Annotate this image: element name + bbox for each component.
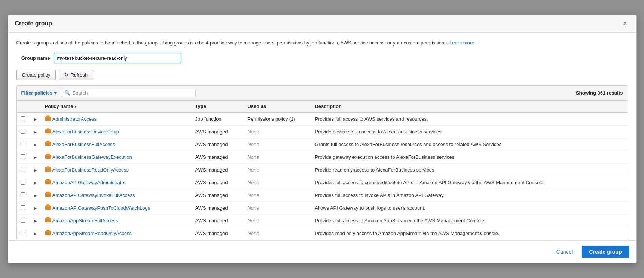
row-used-as-cell: None (244, 176, 311, 189)
svg-rect-20 (47, 192, 49, 193)
learn-more-link[interactable]: Learn more (449, 40, 474, 46)
row-type-cell: AWS managed (191, 214, 244, 227)
group-name-row: Group name (16, 53, 628, 63)
policy-icon (45, 166, 51, 173)
row-type-cell: AWS managed (191, 176, 244, 189)
row-checkbox[interactable] (21, 167, 25, 172)
row-checkbox[interactable] (21, 192, 25, 197)
row-expand-button[interactable]: ▶ (33, 142, 37, 147)
policy-name-link[interactable]: AlexaForBusinessDeviceSetup (52, 129, 119, 135)
group-name-input[interactable] (54, 53, 181, 63)
modal-footer: Cancel Create group (8, 240, 636, 263)
search-input[interactable] (72, 90, 192, 96)
row-policy-name-cell: AmazonAPIGatewayPushToCloudWatchLogs (41, 202, 192, 214)
policy-name-link[interactable]: AlexaForBusinessReadOnlyAccess (52, 167, 129, 173)
row-expand-button[interactable]: ▶ (33, 130, 37, 135)
row-checkbox[interactable] (21, 218, 25, 223)
policy-name-link[interactable]: AmazonAPIGatewayInvokeFullAccess (52, 192, 135, 198)
row-expand-button[interactable]: ▶ (33, 193, 37, 198)
row-checkbox[interactable] (21, 205, 25, 210)
row-checkbox[interactable] (21, 129, 25, 134)
col-description: Description (311, 101, 627, 112)
policy-icon (45, 230, 51, 237)
create-policy-label: Create policy (22, 72, 51, 78)
policy-name-container: AlexaForBusinessReadOnlyAccess (45, 166, 188, 173)
row-expand-button[interactable]: ▶ (33, 180, 37, 185)
description-text: Create a group and select the policies t… (16, 40, 448, 46)
policy-name-link[interactable]: AmazonAPIGatewayAdministrator (52, 180, 126, 185)
col-policy-name[interactable]: Policy name ▾ (41, 101, 192, 112)
row-type-cell: AWS managed (191, 189, 244, 202)
row-checkbox[interactable] (21, 142, 25, 146)
table-header-row: Policy name ▾ Type Used as Description (17, 101, 628, 112)
table-container[interactable]: Policy name ▾ Type Used as Description ▶ (17, 101, 628, 240)
policy-name-link[interactable]: AlexaForBusinessGatewayExecution (52, 154, 132, 160)
row-checkbox[interactable] (21, 231, 25, 235)
policy-name-link[interactable]: AmazonAPIGatewayPushToCloudWatchLogs (52, 205, 150, 211)
row-expand-button[interactable]: ▶ (33, 219, 37, 223)
row-type-cell: AWS managed (191, 138, 244, 151)
modal-title: Create group (15, 20, 52, 27)
table-toolbar: Filter policies ▾ 🔍 Showing 361 results (17, 86, 628, 101)
row-expand-button[interactable]: ▶ (33, 168, 37, 173)
row-description-cell: Provide gateway execution access to Alex… (311, 151, 627, 164)
create-group-button[interactable]: Create group (582, 246, 629, 258)
modal-header: Create group × (8, 15, 636, 33)
row-type-cell: AWS managed (191, 151, 244, 164)
row-checkbox-cell (17, 189, 29, 202)
col-policy-name-label: Policy name (45, 104, 73, 109)
svg-rect-14 (47, 166, 49, 167)
policy-name-link[interactable]: AmazonAppStreamReadOnlyAccess (52, 231, 132, 236)
table-body: ▶ AdministratorAccessJob functionPermiss… (17, 112, 628, 240)
row-policy-name-cell: AmazonAPIGatewayAdministrator (41, 176, 192, 189)
refresh-label: Refresh (70, 72, 88, 78)
policy-name-container: AlexaForBusinessDeviceSetup (45, 128, 188, 135)
policy-box-icon (45, 115, 51, 121)
row-description-cell: Allows API Gateway to push logs to user'… (311, 202, 627, 214)
policy-name-link[interactable]: AmazonAppStreamFullAccess (52, 218, 118, 223)
policy-icon (45, 179, 51, 186)
policy-name-container: AmazonAPIGatewayInvokeFullAccess (45, 192, 188, 199)
row-description-cell: Provides full access to AWS services and… (311, 112, 627, 126)
row-description-cell: Provide read only access to AlexaForBusi… (311, 164, 627, 176)
cancel-button[interactable]: Cancel (551, 247, 578, 257)
modal-close-button[interactable]: × (621, 19, 629, 28)
refresh-button[interactable]: ↻ Refresh (59, 70, 93, 80)
create-group-modal: Create group × Create a group and select… (8, 15, 637, 264)
policy-icon (45, 154, 51, 161)
toolbar-row: Create policy ↻ Refresh (16, 70, 628, 80)
row-expand-button[interactable]: ▶ (33, 117, 37, 122)
row-expand-button[interactable]: ▶ (33, 231, 37, 236)
row-checkbox[interactable] (21, 154, 25, 159)
search-icon: 🔍 (64, 90, 70, 96)
row-expand-button[interactable]: ▶ (33, 155, 37, 160)
row-expand-cell: ▶ (29, 189, 41, 202)
row-checkbox[interactable] (21, 180, 25, 185)
svg-rect-17 (47, 179, 49, 180)
policy-box-icon (45, 141, 51, 147)
row-expand-cell: ▶ (29, 151, 41, 164)
table-row: ▶ AmazonAPIGatewayInvokeFullAccessAWS ma… (17, 189, 628, 202)
row-policy-name-cell: AlexaForBusinessGatewayExecution (41, 151, 192, 164)
row-description-cell: Provides full access to create/edit/dele… (311, 176, 627, 189)
row-checkbox[interactable] (21, 116, 25, 121)
table-row: ▶ AlexaForBusinessGatewayExecutionAWS ma… (17, 151, 628, 164)
policy-box-icon (45, 217, 51, 223)
policy-name-link[interactable]: AdministratorAccess (52, 116, 97, 122)
policy-name-link[interactable]: AlexaForBusinessFullAccess (52, 142, 115, 147)
policy-name-container: AlexaForBusinessFullAccess (45, 141, 188, 148)
row-expand-cell: ▶ (29, 138, 41, 151)
create-policy-button[interactable]: Create policy (16, 70, 56, 80)
row-checkbox-cell (17, 214, 29, 227)
col-expand (29, 101, 41, 112)
row-checkbox-cell (17, 202, 29, 214)
row-used-as-cell: None (244, 126, 311, 138)
filter-policies-button[interactable]: Filter policies ▾ (21, 90, 57, 96)
row-expand-button[interactable]: ▶ (33, 206, 37, 211)
svg-rect-29 (47, 230, 49, 231)
table-toolbar-left: Filter policies ▾ 🔍 (21, 89, 196, 97)
col-checkbox (17, 101, 29, 112)
policy-icon (45, 128, 51, 135)
svg-rect-11 (47, 154, 49, 155)
row-type-cell: AWS managed (191, 126, 244, 138)
